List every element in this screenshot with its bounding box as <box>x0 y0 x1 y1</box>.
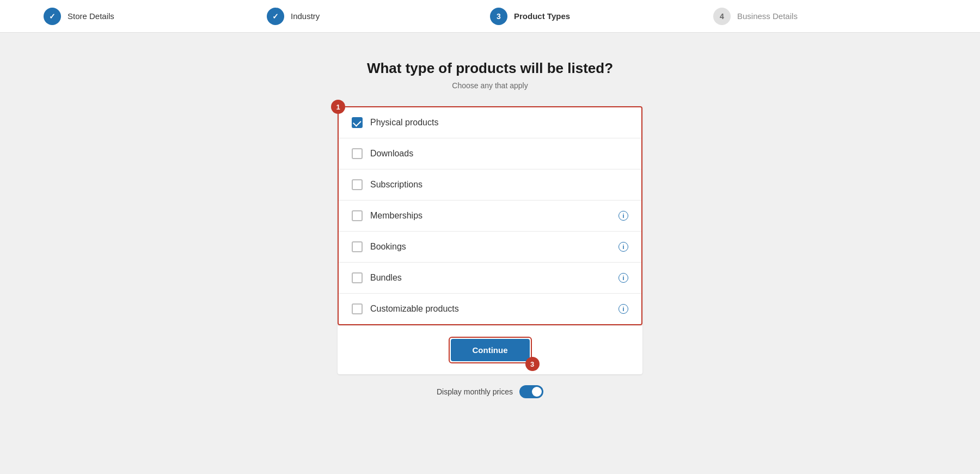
product-item-physical[interactable]: Physical products <box>339 107 641 138</box>
product-item-bookings[interactable]: Bookings i <box>339 232 641 263</box>
step-label-industry: Industry <box>291 11 320 21</box>
info-icon-bundles[interactable]: i <box>618 273 628 283</box>
product-name-bookings: Bookings <box>370 242 614 252</box>
step-store-details[interactable]: ✓ Store Details <box>44 8 267 25</box>
step-label-store-details: Store Details <box>68 11 114 21</box>
display-monthly-prices-toggle[interactable] <box>519 385 543 398</box>
checkbox-physical[interactable] <box>352 117 363 128</box>
toggle-row: Display monthly prices <box>437 385 543 398</box>
continue-button-wrapper: 3 Continue <box>449 337 532 363</box>
step-icon-product-types: 3 <box>490 8 507 25</box>
product-card: 1 Physical products Downloads Subscripti… <box>338 106 642 374</box>
checkbox-customizable[interactable] <box>352 303 363 314</box>
product-item-memberships[interactable]: Memberships i 2 $16.58 per month $20.75 … <box>339 200 641 232</box>
toggle-label: Display monthly prices <box>437 387 513 396</box>
step-icon-store-details: ✓ <box>44 8 61 25</box>
product-list: Physical products Downloads Subscription… <box>338 106 642 325</box>
page-title: What type of products will be listed? <box>367 60 613 77</box>
annotation-badge-3: 3 <box>525 357 540 371</box>
product-name-physical: Physical products <box>370 118 628 127</box>
info-icon-memberships[interactable]: i <box>618 211 628 221</box>
product-name-customizable: Customizable products <box>370 304 614 314</box>
continue-button[interactable]: Continue <box>451 339 530 361</box>
checkbox-bookings[interactable] <box>352 241 363 252</box>
step-label-business-details: Business Details <box>737 11 798 21</box>
annotation-badge-1: 1 <box>331 100 345 114</box>
continue-area: 3 Continue <box>338 325 642 374</box>
step-industry[interactable]: ✓ Industry <box>267 8 490 25</box>
product-name-memberships: Memberships <box>370 211 614 221</box>
step-business-details[interactable]: 4 Business Details <box>713 8 936 25</box>
page-subtitle: Choose any that apply <box>452 81 528 90</box>
stepper: ✓ Store Details ✓ Industry 3 Product Typ… <box>0 0 980 33</box>
product-item-bundles[interactable]: Bundles i <box>339 263 641 294</box>
info-icon-bookings[interactable]: i <box>618 242 628 252</box>
checkbox-downloads[interactable] <box>352 148 363 159</box>
step-product-types[interactable]: 3 Product Types <box>490 8 713 25</box>
product-name-bundles: Bundles <box>370 273 614 283</box>
checkbox-memberships[interactable] <box>352 210 363 221</box>
step-icon-industry: ✓ <box>267 8 284 25</box>
product-item-downloads[interactable]: Downloads <box>339 138 641 169</box>
product-item-customizable[interactable]: Customizable products i <box>339 294 641 324</box>
product-name-downloads: Downloads <box>370 149 628 159</box>
product-name-subscriptions: Subscriptions <box>370 180 628 190</box>
checkbox-bundles[interactable] <box>352 272 363 283</box>
step-label-product-types: Product Types <box>514 11 570 21</box>
step-icon-business-details: 4 <box>713 8 731 25</box>
continue-button-border: Continue <box>449 337 532 363</box>
product-item-subscriptions[interactable]: Subscriptions <box>339 169 641 200</box>
checkbox-subscriptions[interactable] <box>352 179 363 190</box>
product-list-wrapper: 1 Physical products Downloads Subscripti… <box>338 106 642 325</box>
info-icon-customizable[interactable]: i <box>618 304 628 314</box>
main-content: What type of products will be listed? Ch… <box>0 33 980 420</box>
